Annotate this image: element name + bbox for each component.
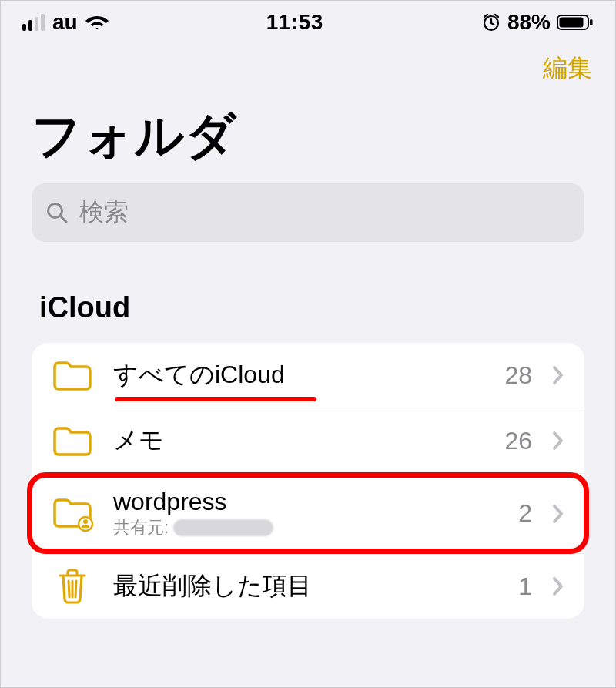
edit-button[interactable]: 編集 [543, 52, 592, 86]
chevron-right-icon [552, 431, 564, 451]
folder-count: 28 [504, 361, 532, 390]
svg-rect-3 [590, 19, 593, 25]
folder-count: 1 [518, 572, 532, 601]
folder-list: すべてのiCloud 28 メモ 26 [32, 343, 584, 619]
folder-name: wordpress [113, 488, 498, 516]
chevron-right-icon [552, 504, 564, 524]
status-left: au [22, 10, 109, 35]
trash-icon [52, 568, 93, 605]
annotation-underline [115, 397, 316, 401]
signal-icon [22, 14, 45, 31]
svg-rect-2 [559, 18, 583, 28]
nav-bar: 編集 [1, 41, 615, 96]
folder-row-memo[interactable]: メモ 26 [32, 408, 584, 473]
search-input[interactable]: 検索 [32, 183, 584, 242]
folder-icon [52, 422, 93, 459]
folder-subtitle: 共有元: [113, 516, 498, 539]
battery-percent: 88% [507, 10, 551, 35]
chevron-right-icon [552, 576, 564, 596]
status-right: 88% [481, 10, 594, 35]
folder-icon [52, 357, 93, 394]
folder-row-wordpress[interactable]: wordpress 共有元: 2 [32, 474, 584, 553]
page-title: フォルダ [1, 96, 615, 183]
wifi-icon [85, 14, 109, 31]
folder-name: 最近削除した項目 [113, 569, 498, 603]
folder-count: 2 [518, 499, 532, 528]
shared-folder-icon [52, 495, 93, 532]
search-icon [45, 201, 69, 224]
time-label: 11:53 [266, 10, 323, 35]
chevron-right-icon [552, 365, 564, 385]
redacted-text [173, 519, 273, 536]
folder-name: メモ [113, 424, 484, 458]
alarm-icon [481, 12, 501, 32]
svg-point-6 [83, 519, 88, 524]
folder-row-recently-deleted[interactable]: 最近削除した項目 1 [32, 554, 584, 619]
carrier-label: au [52, 10, 78, 35]
status-bar: au 11:53 88% [1, 1, 615, 41]
search-placeholder: 検索 [79, 196, 129, 230]
battery-icon [557, 14, 594, 31]
section-header: iCloud [1, 260, 615, 343]
folder-row-all-icloud[interactable]: すべてのiCloud 28 [32, 343, 584, 408]
folder-name: すべてのiCloud [113, 358, 484, 392]
folder-count: 26 [504, 427, 532, 455]
